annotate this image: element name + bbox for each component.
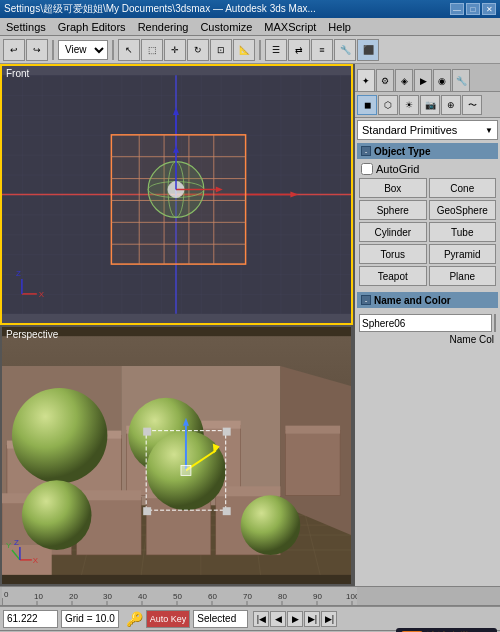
coords-display: 61.222 <box>3 610 58 628</box>
timeline-track[interactable]: 0 10 20 30 40 50 60 70 80 90 100 <box>2 587 498 605</box>
geosphere-button[interactable]: GeoSphere <box>429 200 497 220</box>
redo-button[interactable]: ↪ <box>26 39 48 61</box>
viewport-persp-label: Perspective <box>6 329 58 340</box>
helpers-icon-btn[interactable]: ⊕ <box>441 95 461 115</box>
menu-bar: Settings Graph Editors Rendering Customi… <box>0 18 500 36</box>
rotate-button[interactable]: ↻ <box>187 39 209 61</box>
svg-text:X: X <box>39 290 45 299</box>
grid-value: Grid = 10.0 <box>65 613 115 624</box>
svg-text:Z: Z <box>16 269 21 278</box>
key-icon: 🔑 <box>126 611 143 627</box>
lights-icon-btn[interactable]: ☀ <box>399 95 419 115</box>
pyramid-button[interactable]: Pyramid <box>429 244 497 264</box>
toolbar-transform-group: ↖ ⬚ ✛ ↻ ⊡ 📐 <box>118 39 255 61</box>
svg-rect-54 <box>285 431 340 496</box>
modify-tab[interactable]: ⚙ <box>376 69 394 91</box>
playback-controls: |◀ ◀ ▶ ▶| ▶| <box>253 611 337 627</box>
title-bar: Settings\超级可爱姐姐\My Documents\3dsmax — Au… <box>0 0 500 18</box>
hierarchy-tab[interactable]: ◈ <box>395 69 413 91</box>
motion-tab[interactable]: ▶ <box>414 69 432 91</box>
maximize-button[interactable]: □ <box>466 3 480 15</box>
autogrid-checkbox[interactable] <box>361 163 373 175</box>
svg-point-68 <box>241 495 301 555</box>
menu-rendering[interactable]: Rendering <box>134 20 193 34</box>
name-color-row <box>359 314 496 332</box>
right-panel: ✦ ⚙ ◈ ▶ ◉ 🔧 ◼ ⬡ ☀ 📷 ⊕ 〜 Standard Primiti… <box>355 64 500 586</box>
panel-sub-icon-row: ◼ ⬡ ☀ 📷 ⊕ 〜 <box>355 92 500 118</box>
name-color-rollout-toggle[interactable]: - <box>361 295 371 305</box>
goto-end-button[interactable]: ▶| <box>321 611 337 627</box>
autogrid-row: AutoGrid <box>359 163 496 175</box>
torus-button[interactable]: Torus <box>359 244 427 264</box>
select-button[interactable]: ↖ <box>118 39 140 61</box>
name-color-header[interactable]: - Name and Color <box>357 292 498 308</box>
svg-text:40: 40 <box>138 592 147 601</box>
viewport-perspective[interactable]: Perspective <box>0 325 353 586</box>
menu-graph-editors[interactable]: Graph Editors <box>54 20 130 34</box>
dropdown-label: Standard Primitives <box>362 124 457 136</box>
svg-text:20: 20 <box>69 592 78 601</box>
spacewarps-icon-btn[interactable]: 〜 <box>462 95 482 115</box>
select-region-button[interactable]: ⬚ <box>141 39 163 61</box>
prev-frame-button[interactable]: ◀ <box>270 611 286 627</box>
name-color-label: Name and Color <box>374 295 451 306</box>
close-button[interactable]: ✕ <box>482 3 496 15</box>
cone-button[interactable]: Cone <box>429 178 497 198</box>
name-color-content: Name Col <box>357 310 498 350</box>
layer-button[interactable]: ☰ <box>265 39 287 61</box>
object-name-input[interactable] <box>359 314 492 332</box>
create-tab[interactable]: ✦ <box>357 69 375 91</box>
menu-help[interactable]: Help <box>324 20 355 34</box>
key-lock-area: 🔑 <box>126 611 143 627</box>
cameras-icon-btn[interactable]: 📷 <box>420 95 440 115</box>
undo-button[interactable]: ↩ <box>3 39 25 61</box>
svg-rect-77 <box>223 428 231 436</box>
toolbar-left-group: ↩ ↪ <box>3 39 48 61</box>
object-type-header[interactable]: - Object Type <box>357 143 498 159</box>
menu-customize[interactable]: Customize <box>196 20 256 34</box>
view-select[interactable]: View <box>58 40 108 60</box>
box-button[interactable]: Box <box>359 178 427 198</box>
render-button[interactable]: ⬛ <box>357 39 379 61</box>
standard-primitives-dropdown[interactable]: Standard Primitives <box>357 120 498 140</box>
svg-text:30: 30 <box>103 592 112 601</box>
color-swatch[interactable] <box>494 314 496 332</box>
menu-settings[interactable]: Settings <box>2 20 50 34</box>
object-type-label: Object Type <box>374 146 431 157</box>
viewport-front-svg: X Z <box>2 66 351 323</box>
svg-text:10: 10 <box>34 592 43 601</box>
tube-button[interactable]: Tube <box>429 222 497 242</box>
move-button[interactable]: ✛ <box>164 39 186 61</box>
snap-button[interactable]: 🔧 <box>334 39 356 61</box>
svg-point-65 <box>12 388 107 483</box>
plane-button[interactable]: Plane <box>429 266 497 286</box>
svg-text:90: 90 <box>313 592 322 601</box>
ref-coord-button[interactable]: 📐 <box>233 39 255 61</box>
minimize-button[interactable]: — <box>450 3 464 15</box>
viewport-front[interactable]: Front <box>0 64 353 325</box>
goto-start-button[interactable]: |◀ <box>253 611 269 627</box>
cylinder-button[interactable]: Cylinder <box>359 222 427 242</box>
display-tab[interactable]: ◉ <box>433 69 451 91</box>
menu-maxscript[interactable]: MAXScript <box>260 20 320 34</box>
scale-button[interactable]: ⊡ <box>210 39 232 61</box>
svg-rect-55 <box>285 426 340 434</box>
play-button[interactable]: ▶ <box>287 611 303 627</box>
shapes-icon-btn[interactable]: ⬡ <box>378 95 398 115</box>
toolbar-select-group: View <box>58 40 108 60</box>
timeline[interactable]: 0 10 20 30 40 50 60 70 80 90 100 <box>0 586 500 606</box>
autogrid-label: AutoGrid <box>376 163 419 175</box>
viewports-container: Front <box>0 64 355 586</box>
geometry-icon-btn[interactable]: ◼ <box>357 95 377 115</box>
rollout-toggle[interactable]: - <box>361 146 371 156</box>
mirror-button[interactable]: ⇄ <box>288 39 310 61</box>
sphere-button[interactable]: Sphere <box>359 200 427 220</box>
teapot-button[interactable]: Teapot <box>359 266 427 286</box>
svg-rect-75 <box>181 465 191 475</box>
coords-value: 61.222 <box>7 613 38 624</box>
utilities-tab[interactable]: 🔧 <box>452 69 470 91</box>
next-frame-button[interactable]: ▶| <box>304 611 320 627</box>
auto-key-button[interactable]: Auto Key <box>146 610 191 628</box>
align-button[interactable]: ≡ <box>311 39 333 61</box>
main-area: Front <box>0 64 500 586</box>
